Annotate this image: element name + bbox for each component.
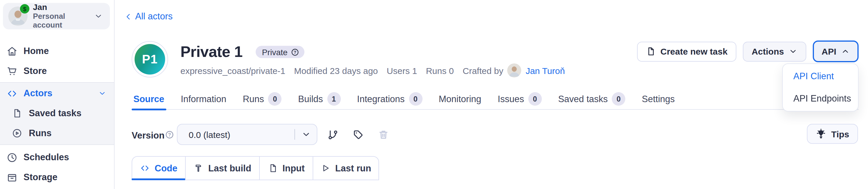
subtab-label: Last build [208,163,251,174]
actions-button[interactable]: Actions [743,41,806,61]
tab-builds[interactable]: Builds 1 [297,89,342,109]
tab-integrations[interactable]: Integrations 0 [355,89,424,109]
tab-label: Saved tasks [558,93,608,104]
title-row: Private 1 Private ? [180,43,305,61]
actors-nav-group: Actors Saved tasks Runs [0,82,114,145]
tab-runs[interactable]: Runs 0 [241,89,283,109]
sidebar-item-label: Storage [24,172,57,183]
visibility-badge: Private ? [255,46,304,58]
trash-icon [377,128,389,140]
version-label: Version [132,130,164,141]
file-icon [10,108,24,119]
sidebar-item-actors[interactable]: Actors [0,83,114,103]
actor-tabs: Source Information Runs 0 Builds 1 Integ… [132,89,859,110]
lightbulb-icon [816,128,827,139]
store-cart-icon [5,66,18,77]
tag-icon[interactable] [352,128,364,140]
actor-avatar-initials: P1 [134,44,165,75]
sidebar-item-label: Runs [29,128,52,139]
tab-information[interactable]: Information [179,89,228,109]
actor-path: expressive_coast/private-1 [180,66,285,75]
sidebar-item-saved-tasks[interactable]: Saved tasks [0,103,114,123]
tab-saved-tasks[interactable]: Saved tasks 0 [556,89,627,109]
visibility-badge-label: Private [262,47,287,56]
users-count: Users 1 [387,66,417,75]
back-link-label: All actors [135,11,173,22]
subtab-code[interactable]: Code [132,156,186,180]
storage-box-icon [5,172,18,183]
tab-monitoring[interactable]: Monitoring [437,89,483,109]
actions-label: Actions [752,46,784,56]
back-to-all-actors-link[interactable]: All actors [125,11,173,22]
chevron-down-icon [302,130,311,139]
api-dropdown-menu: API Client API Endpoints [782,63,859,112]
account-type: Personal account [33,12,94,30]
play-icon [320,163,331,173]
menu-item-api-client[interactable]: API Client [783,65,858,87]
author-avatar [507,63,522,77]
tab-count-badge: 1 [327,92,341,106]
menu-item-api-endpoints[interactable]: API Endpoints [783,87,858,110]
tab-count-badge: 0 [612,92,625,106]
chevron-down-icon [94,12,103,21]
git-branch-icon[interactable] [327,128,339,140]
tab-count-badge: 0 [528,92,541,106]
create-new-task-button[interactable]: Create new task [637,41,736,61]
chevron-up-icon [841,47,850,56]
subtab-label: Code [155,163,178,174]
user-avatar: $ [8,6,28,26]
tips-button[interactable]: Tips [807,124,858,144]
subtab-last-run[interactable]: Last run [313,156,379,180]
sidebar-item-label: Saved tasks [29,108,82,119]
home-icon [5,45,18,56]
tips-label: Tips [831,129,849,139]
question-circle-icon[interactable]: ? [165,130,174,139]
tab-source[interactable]: Source [132,89,166,109]
apify-console-page: $ Jan Personal account Home Store [0,0,868,189]
back-chevron-icon [125,13,132,20]
version-select[interactable]: 0.0 (latest) [177,124,317,145]
api-button[interactable]: API [813,40,859,62]
version-selected-value: 0.0 (latest) [189,129,230,140]
crafted-by: Crafted by Jan Turoň [463,63,565,77]
page-title: Private 1 [180,43,242,61]
subtab-last-build[interactable]: Last build [185,156,260,180]
modified-date: Modified 23 days ago [294,66,378,75]
sidebar-item-runs[interactable]: Runs [0,123,114,143]
sidebar-item-storage[interactable]: Storage [0,167,114,187]
header-buttons: Create new task Actions API [637,40,859,62]
svg-text:?: ? [168,132,171,137]
sidebar-item-home[interactable]: Home [0,41,114,61]
file-icon [268,163,278,173]
question-circle-icon: ? [291,48,300,56]
tab-label: Issues [498,93,524,104]
main-content: All actors P1 Private 1 Private ? expres… [115,0,868,189]
tab-label: Builds [298,93,323,104]
play-circle-icon [10,128,24,139]
crafted-by-label: Crafted by [463,66,503,75]
clock-icon [5,152,18,163]
hammer-icon [194,163,204,173]
tab-label: Settings [642,93,675,104]
tab-count-badge: 0 [409,92,422,106]
paid-plan-badge: $ [20,4,29,13]
api-label: API [822,46,836,56]
sidebar-item-store[interactable]: Store [0,61,114,81]
tab-settings[interactable]: Settings [640,89,676,109]
sidebar-item-schedules[interactable]: Schedules [0,147,114,167]
account-switcher[interactable]: $ Jan Personal account [3,3,110,29]
tab-issues[interactable]: Issues 0 [496,89,544,109]
actor-avatar: P1 [132,41,168,77]
chevron-down-icon [789,47,798,56]
tab-label: Monitoring [439,93,481,104]
account-name: Jan [33,2,94,12]
subtab-input[interactable]: Input [259,156,313,180]
code-icon [140,163,150,173]
subtab-label: Input [282,163,305,174]
account-texts: Jan Personal account [33,2,94,30]
sidebar-item-label: Home [24,46,49,56]
sidebar-item-label: Schedules [24,152,69,162]
chevron-down-icon [98,89,106,98]
author-link[interactable]: Jan Turoň [526,66,565,75]
code-icon [5,88,18,99]
